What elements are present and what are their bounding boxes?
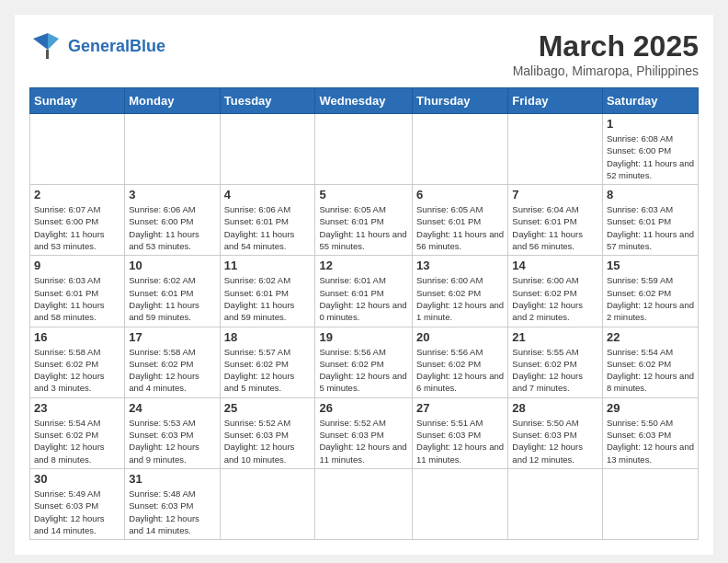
- day-info: Sunrise: 6:00 AM Sunset: 6:02 PM Dayligh…: [512, 274, 598, 323]
- calendar-cell: 28Sunrise: 5:50 AM Sunset: 6:03 PM Dayli…: [508, 397, 603, 468]
- day-number: 4: [224, 188, 312, 201]
- weekday-header-row: SundayMondayTuesdayWednesdayThursdayFrid…: [30, 88, 699, 114]
- day-info: Sunrise: 6:05 AM Sunset: 6:01 PM Dayligh…: [319, 203, 408, 252]
- day-number: 12: [319, 259, 408, 272]
- day-info: Sunrise: 5:52 AM Sunset: 6:03 PM Dayligh…: [224, 417, 312, 465]
- calendar-cell: [220, 468, 315, 539]
- calendar-cell: 5Sunrise: 6:05 AM Sunset: 6:01 PM Daylig…: [315, 185, 413, 256]
- calendar-cell: 12Sunrise: 6:01 AM Sunset: 6:01 PM Dayli…: [315, 256, 413, 327]
- calendar-week-row: 23Sunrise: 5:54 AM Sunset: 6:02 PM Dayli…: [30, 397, 699, 468]
- calendar-cell: 26Sunrise: 5:52 AM Sunset: 6:03 PM Dayli…: [315, 397, 413, 468]
- weekday-header-thursday: Thursday: [413, 88, 508, 114]
- day-number: 24: [129, 401, 215, 415]
- day-number: 5: [319, 188, 408, 201]
- day-info: Sunrise: 6:02 AM Sunset: 6:01 PM Dayligh…: [129, 274, 215, 323]
- day-number: 14: [512, 259, 598, 272]
- day-info: Sunrise: 5:50 AM Sunset: 6:03 PM Dayligh…: [607, 417, 694, 465]
- day-number: 3: [129, 188, 215, 201]
- calendar-cell: 9Sunrise: 6:03 AM Sunset: 6:01 PM Daylig…: [30, 256, 125, 327]
- day-number: 27: [416, 401, 504, 415]
- calendar-cell: [413, 468, 508, 539]
- day-number: 25: [224, 401, 312, 415]
- day-number: 2: [34, 188, 120, 201]
- day-info: Sunrise: 6:05 AM Sunset: 6:01 PM Dayligh…: [416, 203, 504, 252]
- calendar-cell: 15Sunrise: 5:59 AM Sunset: 6:02 PM Dayli…: [602, 256, 698, 327]
- day-number: 23: [34, 401, 120, 415]
- svg-marker-0: [33, 33, 48, 50]
- calendar-cell: 13Sunrise: 6:00 AM Sunset: 6:02 PM Dayli…: [413, 256, 508, 327]
- day-info: Sunrise: 5:55 AM Sunset: 6:02 PM Dayligh…: [512, 346, 598, 395]
- svg-rect-2: [46, 50, 49, 59]
- calendar-cell: 27Sunrise: 5:51 AM Sunset: 6:03 PM Dayli…: [413, 397, 508, 468]
- calendar-cell: 20Sunrise: 5:56 AM Sunset: 6:02 PM Dayli…: [413, 327, 508, 397]
- day-number: 8: [607, 188, 694, 201]
- calendar-cell: [508, 114, 603, 185]
- day-number: 7: [512, 188, 598, 201]
- calendar-cell: [315, 114, 413, 185]
- day-info: Sunrise: 5:52 AM Sunset: 6:03 PM Dayligh…: [319, 417, 408, 465]
- calendar-cell: 21Sunrise: 5:55 AM Sunset: 6:02 PM Dayli…: [508, 327, 603, 397]
- weekday-header-wednesday: Wednesday: [315, 88, 413, 114]
- calendar-cell: [508, 468, 603, 539]
- day-info: Sunrise: 6:01 AM Sunset: 6:01 PM Dayligh…: [319, 274, 408, 323]
- day-info: Sunrise: 6:03 AM Sunset: 6:01 PM Dayligh…: [34, 274, 120, 323]
- day-number: 26: [319, 401, 408, 415]
- logo: GeneralBlue: [29, 29, 165, 63]
- calendar: SundayMondayTuesdayWednesdayThursdayFrid…: [29, 87, 699, 540]
- calendar-cell: 31Sunrise: 5:48 AM Sunset: 6:03 PM Dayli…: [125, 468, 220, 539]
- calendar-cell: 4Sunrise: 6:06 AM Sunset: 6:01 PM Daylig…: [220, 185, 315, 256]
- day-info: Sunrise: 6:06 AM Sunset: 6:00 PM Dayligh…: [129, 203, 215, 252]
- day-info: Sunrise: 5:53 AM Sunset: 6:03 PM Dayligh…: [129, 417, 215, 465]
- day-info: Sunrise: 5:57 AM Sunset: 6:02 PM Dayligh…: [224, 346, 312, 395]
- day-info: Sunrise: 5:51 AM Sunset: 6:03 PM Dayligh…: [416, 417, 504, 465]
- day-number: 9: [34, 259, 120, 272]
- weekday-header-friday: Friday: [508, 88, 603, 114]
- day-number: 11: [224, 259, 312, 272]
- svg-marker-1: [48, 33, 59, 50]
- day-number: 20: [416, 330, 504, 344]
- logo-general: General: [68, 37, 130, 55]
- day-info: Sunrise: 5:59 AM Sunset: 6:02 PM Dayligh…: [607, 274, 694, 323]
- day-info: Sunrise: 6:08 AM Sunset: 6:00 PM Dayligh…: [607, 132, 694, 181]
- day-number: 18: [224, 330, 312, 344]
- calendar-cell: 29Sunrise: 5:50 AM Sunset: 6:03 PM Dayli…: [602, 397, 698, 468]
- day-number: 28: [512, 401, 598, 415]
- weekday-header-saturday: Saturday: [602, 88, 698, 114]
- calendar-cell: 16Sunrise: 5:58 AM Sunset: 6:02 PM Dayli…: [30, 327, 125, 397]
- logo-blue: Blue: [130, 37, 165, 55]
- calendar-cell: 22Sunrise: 5:54 AM Sunset: 6:02 PM Dayli…: [602, 327, 698, 397]
- day-number: 13: [416, 259, 504, 272]
- calendar-cell: 14Sunrise: 6:00 AM Sunset: 6:02 PM Dayli…: [508, 256, 603, 327]
- day-number: 30: [34, 472, 120, 486]
- day-info: Sunrise: 5:54 AM Sunset: 6:02 PM Dayligh…: [607, 346, 694, 395]
- calendar-cell: [602, 468, 698, 539]
- calendar-cell: 25Sunrise: 5:52 AM Sunset: 6:03 PM Dayli…: [220, 397, 315, 468]
- day-info: Sunrise: 5:56 AM Sunset: 6:02 PM Dayligh…: [416, 346, 504, 395]
- calendar-cell: 18Sunrise: 5:57 AM Sunset: 6:02 PM Dayli…: [220, 327, 315, 397]
- day-info: Sunrise: 6:04 AM Sunset: 6:01 PM Dayligh…: [512, 203, 598, 252]
- day-info: Sunrise: 5:56 AM Sunset: 6:02 PM Dayligh…: [319, 346, 408, 395]
- day-info: Sunrise: 5:58 AM Sunset: 6:02 PM Dayligh…: [129, 346, 215, 395]
- weekday-header-monday: Monday: [125, 88, 220, 114]
- calendar-cell: 30Sunrise: 5:49 AM Sunset: 6:03 PM Dayli…: [30, 468, 125, 539]
- calendar-cell: 8Sunrise: 6:03 AM Sunset: 6:01 PM Daylig…: [602, 185, 698, 256]
- header: GeneralBlue March 2025 Malibago, Mimarop…: [29, 29, 699, 78]
- day-number: 15: [607, 259, 694, 272]
- weekday-header-sunday: Sunday: [30, 88, 125, 114]
- calendar-cell: 3Sunrise: 6:06 AM Sunset: 6:00 PM Daylig…: [125, 185, 220, 256]
- weekday-header-tuesday: Tuesday: [220, 88, 315, 114]
- calendar-cell: 24Sunrise: 5:53 AM Sunset: 6:03 PM Dayli…: [125, 397, 220, 468]
- title-block: March 2025 Malibago, Mimaropa, Philippin…: [513, 29, 699, 78]
- calendar-cell: 6Sunrise: 6:05 AM Sunset: 6:01 PM Daylig…: [413, 185, 508, 256]
- day-number: 10: [129, 259, 215, 272]
- calendar-cell: 11Sunrise: 6:02 AM Sunset: 6:01 PM Dayli…: [220, 256, 315, 327]
- day-info: Sunrise: 5:49 AM Sunset: 6:03 PM Dayligh…: [34, 488, 120, 536]
- calendar-cell: 23Sunrise: 5:54 AM Sunset: 6:02 PM Dayli…: [30, 397, 125, 468]
- calendar-cell: [413, 114, 508, 185]
- day-number: 16: [34, 330, 120, 344]
- day-info: Sunrise: 6:03 AM Sunset: 6:01 PM Dayligh…: [607, 203, 694, 252]
- calendar-cell: 1Sunrise: 6:08 AM Sunset: 6:00 PM Daylig…: [602, 114, 698, 185]
- day-info: Sunrise: 6:00 AM Sunset: 6:02 PM Dayligh…: [416, 274, 504, 323]
- location-subtitle: Malibago, Mimaropa, Philippines: [513, 63, 699, 78]
- generalblue-logo-icon: [29, 29, 63, 63]
